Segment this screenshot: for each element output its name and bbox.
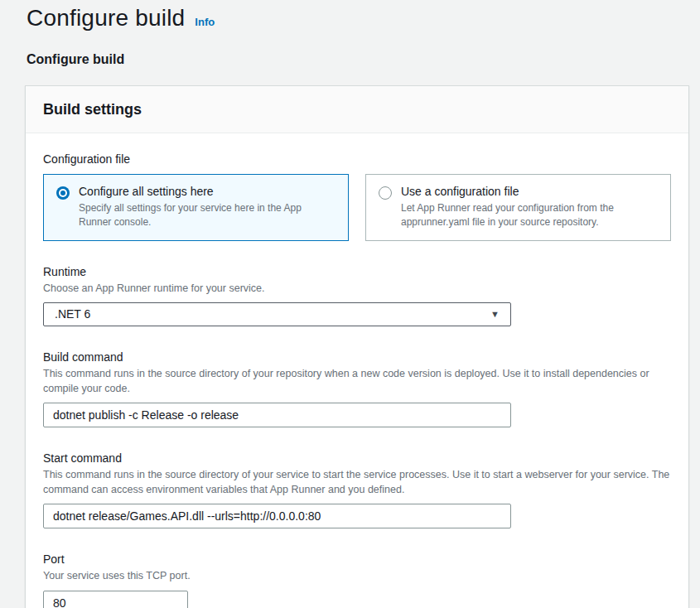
tile-text: Configure all settings here Specify all … bbox=[79, 185, 336, 230]
runtime-description: Choose an App Runner runtime for your se… bbox=[43, 281, 671, 296]
build-command-description: This command runs in the source director… bbox=[43, 366, 671, 396]
runtime-group: Runtime Choose an App Runner runtime for… bbox=[43, 265, 671, 326]
configuration-file-label: Configuration file bbox=[43, 152, 671, 166]
start-command-group: Start command This command runs in the s… bbox=[43, 451, 671, 528]
tile-text: Use a configuration file Let App Runner … bbox=[401, 185, 658, 230]
tile-description: Let App Runner read your configuration f… bbox=[401, 201, 658, 230]
tile-label: Configure all settings here bbox=[79, 185, 336, 198]
tile-description: Specify all settings for your service he… bbox=[79, 201, 336, 230]
section-title: Configure build bbox=[27, 52, 700, 67]
runtime-label: Runtime bbox=[43, 265, 671, 278]
chevron-down-icon: ▼ bbox=[490, 310, 500, 319]
start-command-input[interactable] bbox=[43, 504, 511, 528]
tile-use-configuration-file[interactable]: Use a configuration file Let App Runner … bbox=[365, 174, 671, 241]
start-command-description: This command runs in the source director… bbox=[43, 467, 671, 497]
build-command-input[interactable] bbox=[43, 403, 511, 427]
build-settings-card: Build settings Configuration file Config… bbox=[25, 85, 689, 608]
port-group: Port Your service uses this TCP port. bbox=[43, 553, 671, 608]
radio-unchecked-icon[interactable] bbox=[379, 186, 392, 200]
tile-label: Use a configuration file bbox=[401, 185, 658, 198]
tile-configure-all-settings[interactable]: Configure all settings here Specify all … bbox=[43, 174, 349, 241]
runtime-select-value: .NET 6 bbox=[55, 307, 90, 321]
port-description: Your service uses this TCP port. bbox=[43, 568, 671, 583]
page-header: Configure build Info bbox=[0, 0, 700, 31]
runtime-select[interactable]: .NET 6 ▼ bbox=[43, 302, 511, 326]
card-body: Configuration file Configure all setting… bbox=[26, 133, 688, 608]
radio-dot bbox=[60, 191, 65, 195]
card-header-title: Build settings bbox=[43, 101, 671, 118]
info-link[interactable]: Info bbox=[195, 16, 215, 28]
start-command-label: Start command bbox=[43, 451, 671, 465]
configuration-file-group: Configuration file Configure all setting… bbox=[43, 152, 671, 241]
build-command-group: Build command This command runs in the s… bbox=[43, 350, 671, 427]
configuration-file-tiles: Configure all settings here Specify all … bbox=[43, 174, 671, 241]
build-command-label: Build command bbox=[43, 350, 671, 364]
page-title: Configure build bbox=[27, 5, 185, 31]
radio-checked-icon[interactable] bbox=[56, 186, 70, 200]
port-input[interactable] bbox=[43, 591, 188, 608]
port-label: Port bbox=[43, 553, 671, 566]
card-header: Build settings bbox=[26, 86, 688, 133]
